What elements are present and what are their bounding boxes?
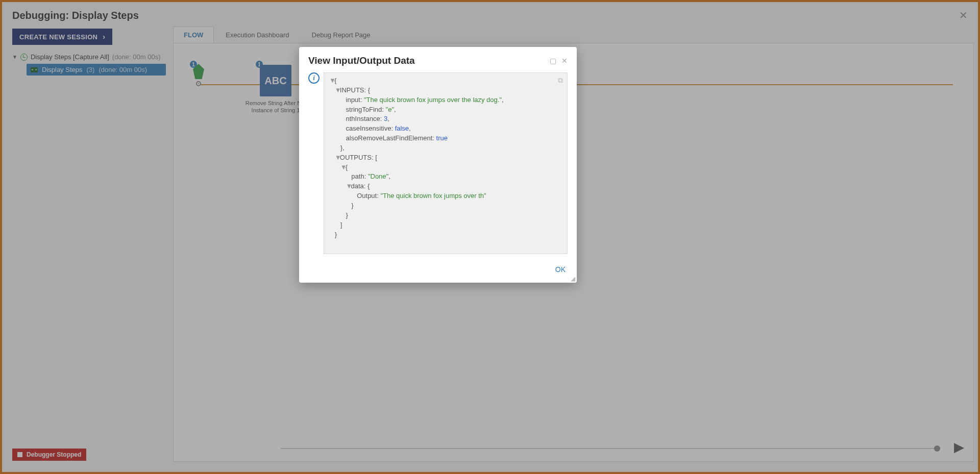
ok-button[interactable]: OK: [553, 262, 568, 277]
json-tree: ▼{ ▼INPUTS: { input: "The quick brown fo…: [329, 76, 562, 239]
copy-icon[interactable]: ⧉: [558, 76, 563, 85]
modal-title: View Input/Output Data: [308, 55, 415, 66]
stringtofind-value: "e": [386, 106, 394, 113]
modal-header: View Input/Output Data ▢ ✕: [308, 55, 568, 66]
data-viewer: ⧉ ▼{ ▼INPUTS: { input: "The quick brown …: [324, 72, 568, 254]
modal-body: i ⧉ ▼{ ▼INPUTS: { input: "The quick brow…: [308, 72, 568, 254]
path-value: "Done": [368, 172, 388, 180]
info-icon: i: [308, 72, 320, 84]
maximize-icon[interactable]: ▢: [550, 57, 556, 65]
caseinsensitive-value: false: [395, 124, 409, 132]
modal-footer: OK: [308, 262, 568, 277]
modal-controls: ▢ ✕: [550, 57, 568, 65]
alsoremove-value: true: [436, 134, 448, 142]
output-value: "The quick brown fox jumps over th": [380, 192, 486, 199]
nthinstance-value: 3: [384, 115, 387, 122]
input-value: "The quick brown fox jumps over the lazy…: [364, 96, 502, 104]
io-data-modal: View Input/Output Data ▢ ✕ i ⧉ ▼{ ▼INPUT…: [299, 47, 577, 283]
resize-grip-icon[interactable]: ◢: [571, 277, 576, 282]
modal-close-icon[interactable]: ✕: [561, 57, 568, 65]
